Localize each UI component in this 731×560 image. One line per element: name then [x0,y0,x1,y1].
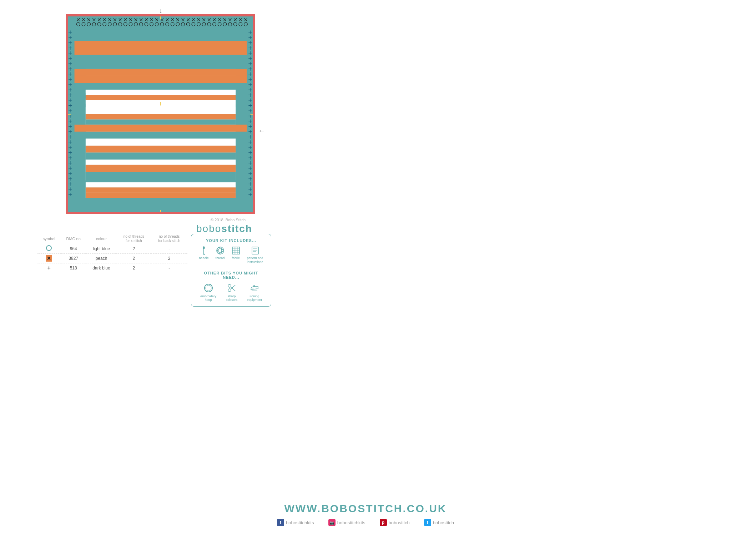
svg-rect-24 [86,95,236,100]
svg-point-280 [219,247,222,254]
svg-rect-23 [86,90,236,95]
colour-light-blue: light blue [86,244,117,254]
svg-rect-29 [75,132,247,139]
svg-rect-18 [75,55,247,62]
svg-point-294 [206,285,211,291]
other-items: embroideryhoop sharpscissors ironingequi… [196,283,267,302]
thread-table-container: symbol DMC no colour no of threadsfor x … [37,234,187,273]
svg-point-303 [253,288,254,288]
svg-rect-37 [86,182,236,188]
instagram-link[interactable]: 📷 bobostitchkits [328,519,366,526]
dmc-3827: 3827 [61,254,86,263]
pattern-svg [68,16,253,212]
other-item-hoop: embroideryhoop [200,283,216,302]
logo-text: bobostitch [196,223,252,234]
thread-table: symbol DMC no colour no of threadsfor x … [37,234,187,273]
pattern-icon [251,246,259,255]
table-row: + 518 dark blue 2 - [37,263,187,273]
svg-rect-17 [75,48,247,55]
cross-stitch-pattern [66,14,255,214]
svg-rect-300 [253,285,254,287]
svg-line-298 [231,285,235,289]
pinterest-link[interactable]: p bobostitch [380,519,410,526]
other-item-scissors: sharpscissors [226,283,238,302]
svg-rect-27 [86,120,236,125]
dmc-518: 518 [61,263,86,273]
svg-rect-30 [86,138,236,146]
scissors-icon [227,283,237,293]
svg-rect-38 [86,187,236,193]
pattern-border [66,14,255,214]
pattern-label: pattern andinstructions [247,256,263,264]
logo-bobo: bobo [196,223,221,234]
svg-rect-20 [75,69,247,76]
twitter-handle: bobostitch [433,520,454,525]
svg-rect-34 [86,165,236,172]
arrow-top-indicator: ↓ [159,6,162,15]
fabric-icon [232,246,240,255]
svg-point-296 [228,289,231,292]
back-threads-2: 2 [151,254,187,263]
twitter-link[interactable]: t bobostitch [424,519,454,526]
thread-icon [216,246,225,255]
x-threads-1: 2 [116,244,151,254]
back-threads-1: - [151,244,187,254]
col-colour: colour [86,234,117,244]
svg-rect-35 [86,172,236,177]
svg-rect-15 [68,29,253,41]
svg-line-278 [204,253,205,255]
col-x-threads: no of threadsfor x stitch [116,234,151,244]
kit-item-thread: thread [216,246,225,264]
hoop-label: embroideryhoop [200,294,216,302]
svg-rect-26 [86,114,236,120]
symbol-x: ✕ [37,254,61,263]
kit-includes-box: YOUR KIT INCLUDES... needle thread [191,234,271,307]
kit-item-pattern: pattern andinstructions [247,246,263,264]
dmc-964: 964 [61,244,86,254]
colour-dark-blue: dark blue [86,263,117,273]
twitter-icon: t [424,519,431,526]
svg-rect-40 [68,198,253,205]
other-item-iron: ironingequipment [247,283,262,302]
footer: WWW.BOBOSTITCH.CO.UK f bobostitchkits 📷 … [0,503,731,526]
svg-rect-31 [86,146,236,153]
svg-point-279 [217,249,223,252]
website-url: WWW.BOBOSTITCH.CO.UK [0,503,731,515]
svg-rect-19 [75,62,247,69]
svg-point-302 [252,288,253,288]
svg-point-304 [255,288,256,288]
svg-rect-28 [75,125,247,132]
svg-rect-33 [86,160,236,165]
table-row: ✕ 3827 peach 2 2 [37,254,187,263]
svg-rect-36 [86,177,236,182]
svg-rect-289 [252,247,258,254]
svg-line-299 [231,287,235,291]
svg-rect-16 [75,41,247,48]
x-threads-2: 2 [116,254,151,263]
fabric-label: fabric [232,256,240,260]
kit-title: YOUR KIT INCLUDES... [196,238,267,243]
col-back-threads: no of threadsfor back stitch [151,234,187,244]
facebook-icon: f [277,519,284,526]
instagram-icon: 📷 [328,519,336,526]
other-bits-title: OTHER BITS YOU MIGHT NEED... [196,268,267,279]
facebook-handle: bobostitchkits [286,520,314,525]
instagram-handle: bobostitchkits [337,520,366,525]
symbol-plus: + [37,263,61,273]
table-row: 964 light blue 2 - [37,244,187,254]
svg-point-305 [256,288,257,288]
thread-label: thread [216,256,225,260]
kit-item-needle: needle [199,246,209,264]
pinterest-icon: p [380,519,387,526]
iron-icon [249,283,259,293]
back-threads-3: - [151,263,187,273]
pinterest-handle: bobostitch [389,520,410,525]
facebook-link[interactable]: f bobostitchkits [277,519,314,526]
needle-icon [200,246,208,255]
copyright-text: © 2018. Bobo Stitch. [211,218,247,222]
kit-item-fabric: fabric [232,246,240,264]
arrow-right-indicator: ← [258,127,265,135]
svg-point-281 [217,247,224,254]
svg-rect-21 [75,76,247,83]
x-threads-3: 2 [116,263,151,273]
